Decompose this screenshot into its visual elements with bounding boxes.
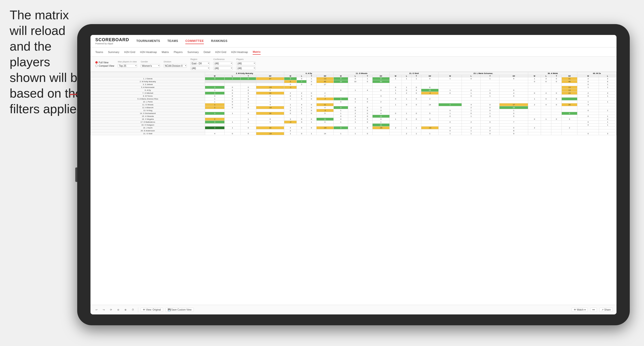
wlt-t-2: T [306,75,316,77]
player-name: 9. A Maria Jimenez Rios [91,98,205,100]
table-row: 8. M Torres 0010 0102 3 010 01 [91,95,616,98]
conference-label: Conference [213,58,232,60]
wlt-l-7: L [599,75,616,77]
player-name: 3. S Jelinek [91,83,205,86]
compact-view-radio[interactable] [95,65,98,67]
share-label: Share [604,308,611,311]
sub-nav-h2h-heatmap2[interactable]: H2H Heatmap [231,50,248,54]
players-sub-select[interactable]: (All) [236,66,256,70]
undo-button[interactable]: ↩ [94,308,99,312]
wlt-dif-3: Dif [372,75,390,77]
sub-nav-players[interactable]: Players [174,50,183,54]
table-row: 5. A Nomrowski 300-13 -1 0108 13 11 [91,86,616,89]
matrix-corner [91,72,205,77]
player-name: 12. A Bianchi [91,106,205,109]
annotation-text: The matrix will reload and the players s… [10,7,87,117]
nav-rankings[interactable]: RANKINGS [211,38,228,44]
region-select-wrapper: East - DII West - DII [190,61,210,65]
player-name: 6. A Dy [91,89,205,92]
tablet-screen: SCOREBOARD Powered by clippd TOURNAMENTS… [90,35,616,315]
wlt-l-1: L [224,75,240,77]
wlt-w-7: W [578,75,599,77]
wlt-w-4: W [390,75,402,77]
table-row: 15. H Stranda 02011 0100 01 [91,115,616,118]
redo-button[interactable]: ↪ [101,308,106,312]
wlt-t-1: T [240,75,256,77]
gender-label: Gender [141,60,160,63]
conference-sub-select[interactable]: (All) [213,66,232,70]
sub-nav-detail[interactable]: Detail [204,50,210,54]
compact-view-option[interactable]: Compact View [95,65,114,67]
wlt-t-5: T [481,75,500,77]
sub-nav-h2h-heatmap[interactable]: H2H Heatmap [140,50,157,54]
logo-area: SCOREBOARD Powered by clippd [95,37,129,45]
zoom-out-button[interactable]: ⊖ [116,308,121,312]
division-select[interactable]: NCAA Division II NCAA Division I [164,64,187,68]
sub-nav-matrix2[interactable]: Matrix [253,49,260,55]
wlt-t-6: T [551,75,562,77]
player-name: 15. H Stranda [91,115,205,118]
tablet-side-button [75,168,77,182]
sub-nav-summary[interactable]: Summary [108,50,119,54]
wlt-t-4: T [412,75,421,77]
gender-select-wrapper: Women's Men's [141,63,160,68]
sub-nav-matrix[interactable]: Matrix [162,50,169,54]
save-icon: 💾 [168,308,170,311]
max-players-select[interactable]: Top 25 Top 10 All [118,64,137,68]
division-label: Division [164,60,187,63]
sub-nav-h2h-grid2[interactable]: H2H Grid [215,50,226,54]
player-name: 5. A Nomrowski [91,86,205,89]
player-name: 1. J Garcia [91,77,205,80]
full-view-label: Full View [99,61,108,64]
full-view-radio[interactable] [95,61,98,64]
player-name: 8. M Torres [91,95,205,98]
player-name: 17. D Ballesteros [91,121,205,124]
table-row: 7. O Mitchell 30018 2202 120-4 0104 0402… [91,92,616,95]
wlt-dif-6: Dif [562,75,578,77]
col-header-6: 38. A Webb [528,72,578,75]
view-options: Full View Compact View [95,61,114,67]
main-content[interactable]: 2. M Kelly Mulcahy 6. A Dy 11. G Woods 2… [90,72,616,305]
table-row: 3. S Jelinek 02017 01 [91,83,616,86]
col-header-3: 11. G Woods [334,72,390,75]
view-original-button[interactable]: 👁 View: Original [141,308,163,312]
conference-select-wrapper: (All) [213,61,232,65]
watch-icon: 👁 [574,308,576,311]
table-row: 6. A Dy 1000 0140 10425 1010 13 [91,89,616,92]
region-sub-select[interactable]: (All) [190,66,210,70]
wlt-dif-5: Dif [500,75,528,77]
share-icon: ↗ [602,308,604,311]
gender-filter: Gender Women's Men's [141,60,160,68]
conference-select[interactable]: (All) [213,62,232,65]
table-row: 13. N Klug 010-2 1003 0101 01 [91,109,616,112]
wlt-w-2: W [284,75,296,77]
table-row: 12. A Bianchi 200-18 1104 3003 2025 [91,106,616,109]
table-row: 17. D Ballesteros 3105 -2010 1101 0207 0… [91,121,616,124]
col-header-2: 6. A Dy [284,72,334,75]
dots-button[interactable]: ••• [590,308,597,312]
save-custom-button[interactable]: 💾 Save Custom View [166,308,194,312]
players-select[interactable]: (All) [236,62,256,65]
gender-select[interactable]: Women's Men's [141,64,160,68]
sub-nav-teams[interactable]: Teams [95,50,103,54]
player-name: 21. O Stoll [91,132,205,135]
tablet-frame: SCOREBOARD Powered by clippd TOURNAMENTS… [77,24,630,325]
col-header-5: 23. L Marie Schumac. [438,72,528,75]
watch-button[interactable]: 👁 Watch ▾ [572,308,588,312]
timer-button[interactable]: ⏱ [130,308,136,312]
full-view-option[interactable]: Full View [95,61,114,64]
refresh-button[interactable]: ⟳ [108,308,114,312]
sub-nav-h2h-grid[interactable]: H2H Grid [124,50,135,54]
player-name: 11. G Woods [91,103,205,106]
zoom-in-button[interactable]: ⊕ [123,308,128,312]
sub-nav-summary2[interactable]: Summary [188,50,199,54]
logo-subtitle: Powered by clippd [95,42,129,45]
table-row: 16. X Mcgaha 210 30011 0100 1003 0103 0 [91,118,616,121]
share-button[interactable]: ↗ Share [599,308,613,312]
nav-teams[interactable]: TEAMS [168,38,178,44]
nav-committee[interactable]: COMMITTEE [185,38,204,44]
logo-title: SCOREBOARD [95,37,129,42]
nav-tournaments[interactable]: TOURNAMENTS [136,38,160,44]
region-select[interactable]: East - DII West - DII [190,62,210,65]
wlt-l-5: L [462,75,480,77]
